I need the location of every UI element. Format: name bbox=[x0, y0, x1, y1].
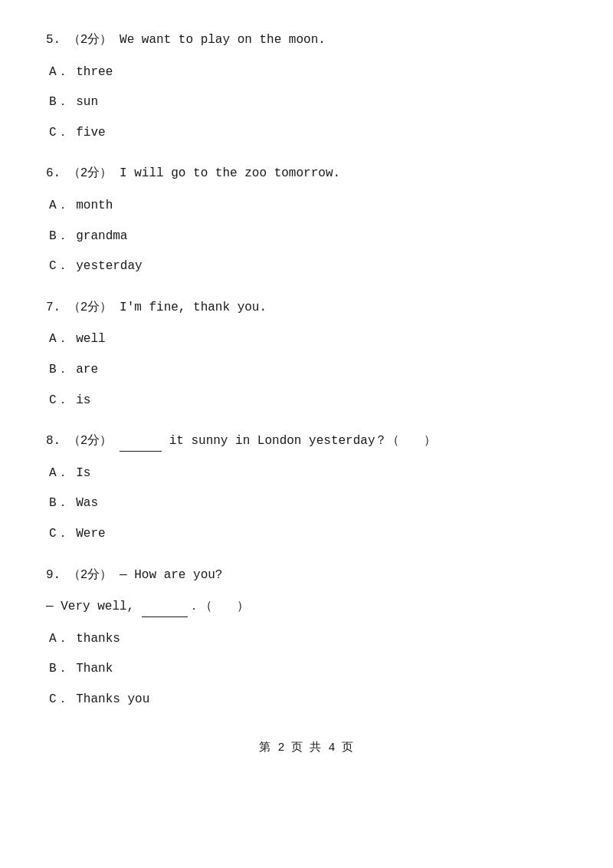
q8-b-label: B． bbox=[49, 496, 69, 510]
q8-b-text: Was bbox=[76, 496, 98, 510]
q8-a-text: Is bbox=[76, 466, 90, 480]
q5-option-b: B． sun bbox=[46, 93, 567, 113]
q6-option-c: C． yesterday bbox=[46, 257, 567, 277]
q6-b-label: B． bbox=[49, 229, 69, 243]
q8-c-label: C． bbox=[49, 527, 69, 541]
q6-number: 6. bbox=[46, 166, 61, 180]
page-footer: 第 2 页 共 4 页 bbox=[46, 740, 567, 755]
question-8: 8. （2分） it sunny in London yesterday？（ ）… bbox=[46, 432, 567, 544]
q5-score: （2分） bbox=[68, 33, 113, 47]
q6-a-label: A． bbox=[49, 199, 69, 212]
question-9: 9. （2分） — How are you? — Very well, ．（ ）… bbox=[46, 566, 567, 710]
q9-number: 9. bbox=[46, 568, 61, 582]
question-9-subtext: — Very well, ．（ ） bbox=[46, 597, 567, 617]
q7-option-c: C． is bbox=[46, 391, 567, 411]
q5-b-label: B． bbox=[49, 95, 69, 109]
q7-number: 7. bbox=[46, 301, 61, 314]
q5-body: We want to play on the moon. bbox=[120, 33, 326, 47]
q6-c-label: C． bbox=[49, 259, 69, 273]
q8-c-text: Were bbox=[76, 527, 105, 541]
q8-a-label: A． bbox=[49, 466, 69, 480]
q5-c-text: five bbox=[76, 126, 105, 140]
q7-b-text: are bbox=[76, 363, 98, 376]
q7-option-a: A． well bbox=[46, 330, 567, 350]
q9-b-text: Thank bbox=[76, 662, 113, 676]
q6-c-text: yesterday bbox=[76, 259, 142, 273]
q5-c-label: C． bbox=[49, 126, 69, 140]
q8-score: （2分） bbox=[68, 434, 113, 448]
q5-a-text: three bbox=[76, 65, 113, 79]
q8-option-a: A． Is bbox=[46, 464, 567, 484]
q9-c-text: Thanks you bbox=[76, 692, 149, 706]
q9-a-text: thanks bbox=[76, 632, 120, 646]
q6-body: I will go to the zoo tomorrow. bbox=[120, 166, 340, 180]
q6-score: （2分） bbox=[68, 166, 113, 180]
q5-a-label: A． bbox=[49, 65, 69, 79]
q9-score: （2分） bbox=[68, 568, 113, 582]
q9-option-a: A． thanks bbox=[46, 630, 567, 649]
question-7: 7. （2分） I'm fine, thank you. A． well B． … bbox=[46, 298, 567, 410]
q8-option-b: B． Was bbox=[46, 494, 567, 514]
q7-c-text: is bbox=[76, 393, 90, 407]
q9-option-c: C． Thanks you bbox=[46, 690, 567, 710]
page: 5. （2分） We want to play on the moon. A． … bbox=[0, 0, 613, 868]
question-9-text: 9. （2分） — How are you? bbox=[46, 566, 567, 586]
q7-a-text: well bbox=[76, 332, 105, 346]
question-5: 5. （2分） We want to play on the moon. A． … bbox=[46, 31, 567, 143]
question-7-text: 7. （2分） I'm fine, thank you. bbox=[46, 298, 567, 318]
q9-b-label: B． bbox=[49, 662, 69, 676]
question-5-text: 5. （2分） We want to play on the moon. bbox=[46, 31, 567, 51]
footer-text: 第 2 页 共 4 页 bbox=[259, 741, 353, 755]
q5-option-a: A． three bbox=[46, 63, 567, 83]
q6-option-a: A． month bbox=[46, 196, 567, 216]
q5-b-text: sun bbox=[76, 95, 98, 109]
q8-after-blank: it sunny in London yesterday？（ ） bbox=[169, 434, 437, 448]
q9-option-b: B． Thank bbox=[46, 659, 567, 679]
q9-c-label: C． bbox=[49, 692, 69, 706]
q8-number: 8. bbox=[46, 434, 61, 448]
q7-c-label: C． bbox=[49, 393, 69, 407]
q8-blank bbox=[120, 438, 162, 452]
question-6-text: 6. （2分） I will go to the zoo tomorrow. bbox=[46, 164, 567, 184]
q7-body: I'm fine, thank you. bbox=[120, 301, 267, 314]
q8-option-c: C． Were bbox=[46, 524, 567, 544]
q9-subtext: — Very well, ．（ ） bbox=[46, 600, 249, 613]
q7-a-label: A． bbox=[49, 332, 69, 346]
q5-number: 5. bbox=[46, 33, 61, 47]
q7-score: （2分） bbox=[68, 301, 113, 314]
question-6: 6. （2分） I will go to the zoo tomorrow. A… bbox=[46, 164, 567, 276]
q6-b-text: grandma bbox=[76, 229, 127, 243]
q9-body: — How are you? bbox=[120, 568, 222, 582]
q6-a-text: month bbox=[76, 199, 113, 212]
q7-option-b: B． are bbox=[46, 360, 567, 380]
q6-option-b: B． grandma bbox=[46, 227, 567, 247]
q5-option-c: C． five bbox=[46, 123, 567, 143]
q9-a-label: A． bbox=[49, 632, 69, 646]
q7-b-label: B． bbox=[49, 363, 69, 376]
question-8-text: 8. （2分） it sunny in London yesterday？（ ） bbox=[46, 432, 567, 452]
